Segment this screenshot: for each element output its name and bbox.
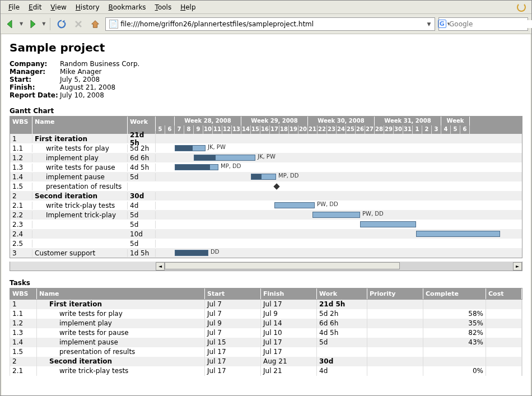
reload-button[interactable] <box>55 17 68 31</box>
gantt-bar-label: PW, DD <box>317 201 338 207</box>
task-finish: Jul 21 <box>261 366 317 376</box>
day-header: 6 <box>460 125 470 134</box>
gantt-work: 10d <box>128 230 156 238</box>
home-button[interactable] <box>88 17 102 31</box>
task-start: Jul 17 <box>205 357 261 366</box>
meta-row: Report Date:July 10, 2008 <box>10 91 522 99</box>
svg-marker-0 <box>7 20 12 28</box>
menu-bookmarks[interactable]: Bookmarks <box>104 2 151 12</box>
gantt-task-name: write tests for pause <box>32 164 128 171</box>
day-header: 23 <box>327 125 337 134</box>
gantt-task-name: Implement trick-play <box>32 211 128 219</box>
stop-button[interactable] <box>72 17 85 31</box>
scroll-right-button[interactable]: ► <box>513 262 522 271</box>
gantt-row: 1.5presentation of results <box>10 181 522 191</box>
meta-value: August 21, 2008 <box>60 83 115 91</box>
task-name: implement pause <box>37 338 205 347</box>
task-priority <box>367 309 423 319</box>
url-input[interactable] <box>120 20 424 28</box>
back-dropdown-icon[interactable]: ▼ <box>20 21 23 26</box>
search-input[interactable] <box>449 20 532 28</box>
gantt-wbs: 1.5 <box>10 183 32 190</box>
task-row: 1.2implement playJul 9Jul 146d 6h35% <box>10 319 522 328</box>
gantt-wbs: 1 <box>10 135 32 143</box>
gantt-bar <box>251 174 276 180</box>
day-header: 29 <box>384 125 394 134</box>
gantt-work: 6d 6h <box>128 154 156 162</box>
day-header: 17 <box>270 125 279 134</box>
search-bar[interactable]: G▼ <box>438 17 528 31</box>
gantt-wbs: 2 <box>10 192 32 200</box>
meta-value: July 5, 2008 <box>60 76 100 83</box>
gantt-row: 2Second iteration30d <box>10 191 522 201</box>
task-priority <box>367 328 423 338</box>
task-priority <box>367 300 423 309</box>
meta-row: Company:Random Business Corp. <box>10 60 522 68</box>
gantt-row: 2.35d <box>10 220 522 229</box>
scrollbar-track[interactable]: ◄ ► <box>156 262 522 271</box>
task-cost <box>486 319 522 328</box>
menu-file[interactable]: File <box>4 2 24 12</box>
day-header: 31 <box>403 125 413 134</box>
task-finish: Jul 10 <box>261 328 317 338</box>
task-wbs: 1.5 <box>10 347 37 357</box>
gantt-bar-label: MP, DD <box>278 173 298 179</box>
task-work <box>317 347 367 357</box>
gantt-timeline-header: Week 28, 2008Week 29, 2008Week 30, 2008W… <box>156 117 522 134</box>
browser-window: FileEditViewHistoryBookmarksToolsHelp ▼ … <box>0 0 532 396</box>
page-content[interactable]: Sample project Company:Random Business C… <box>1 34 531 395</box>
gantt-timeline-cell: MP, DD <box>156 162 522 172</box>
task-name: implement play <box>37 319 205 328</box>
gantt-horizontal-scrollbar[interactable]: ◄ ► <box>10 262 522 271</box>
task-work: 6d 6h <box>317 319 367 328</box>
gantt-timeline-cell: DD <box>156 248 522 258</box>
task-start: Jul 7 <box>205 328 261 338</box>
menu-view[interactable]: View <box>46 2 71 12</box>
gantt-bar <box>360 221 416 227</box>
meta-value: July 10, 2008 <box>60 91 104 99</box>
gantt-row: 2.1write trick-play tests4dPW, DD <box>10 201 522 210</box>
forward-button[interactable] <box>26 18 39 30</box>
task-row: 2.1write trick-play testsJul 17Jul 214d0… <box>10 366 522 376</box>
gantt-work: 5d <box>128 211 156 219</box>
day-header: 24 <box>337 125 346 134</box>
menu-tools[interactable]: Tools <box>151 2 176 12</box>
gantt-bar <box>194 155 255 161</box>
gantt-wbs: 1.1 <box>10 145 32 152</box>
tasks-header: WBS Name Start Finish Work Priority Comp… <box>10 288 522 300</box>
menu-edit[interactable]: Edit <box>24 2 46 12</box>
day-header: 19 <box>289 125 298 134</box>
gantt-timeline-cell: JK, PW <box>156 153 522 162</box>
tcol-priority: Priority <box>367 288 423 299</box>
task-priority <box>367 319 423 328</box>
google-engine-icon[interactable]: G▼ <box>440 20 449 29</box>
gantt-row: 1First iteration21d 5h <box>10 134 522 143</box>
task-priority <box>367 347 423 357</box>
url-bar[interactable]: 📄 ▼ <box>105 17 435 31</box>
scroll-left-button[interactable]: ◄ <box>156 262 165 271</box>
week-header: Week <box>441 117 470 125</box>
task-finish: Jul 17 <box>261 300 317 309</box>
day-header: 20 <box>298 125 308 134</box>
gantt-row: 1.3write tests for pause4d 5hMP, DD <box>10 162 522 172</box>
gantt-bar <box>416 231 500 237</box>
gantt-bar <box>175 145 206 151</box>
day-header: 6 <box>165 125 175 134</box>
gantt-timeline-cell: MP, DD <box>156 172 522 181</box>
menu-history[interactable]: History <box>71 2 104 12</box>
forward-dropdown-icon[interactable]: ▼ <box>42 21 45 26</box>
gantt-wbs: 1.3 <box>10 164 32 171</box>
meta-row: Manager:Mike Anager <box>10 68 522 76</box>
gantt-work: 5d <box>128 173 156 181</box>
scrollbar-thumb[interactable] <box>165 262 400 269</box>
gantt-wbs: 2.2 <box>10 211 32 219</box>
task-complete: 35% <box>423 319 486 328</box>
back-button[interactable] <box>4 18 16 30</box>
week-header: Week 28, 2008 <box>175 117 241 125</box>
menu-help[interactable]: Help <box>176 2 200 12</box>
task-row: 1First iterationJul 7Jul 1721d 5h <box>10 300 522 309</box>
task-cost <box>486 357 522 366</box>
col-wbs: WBS <box>10 117 32 134</box>
url-dropdown-icon[interactable]: ▼ <box>424 21 433 27</box>
day-header: 4 <box>441 125 451 134</box>
